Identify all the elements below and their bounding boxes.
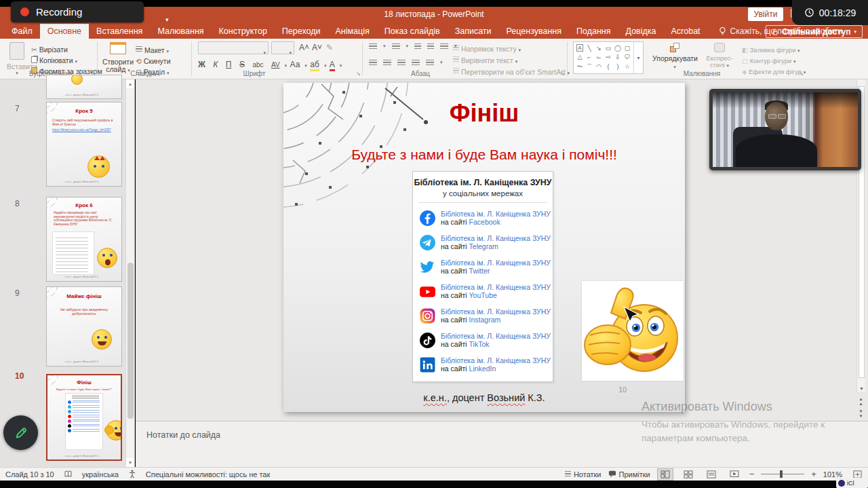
tiktok-link[interactable]: Бібліотека ім. Л. Каніщенка ЗУНУ <box>441 332 551 340</box>
thumbnail-scrollbar[interactable]: ▲ ▼ <box>125 79 134 467</box>
telegram-site-link[interactable]: Telegram <box>469 242 498 250</box>
align-center-button[interactable] <box>383 60 391 67</box>
reading-view-button[interactable] <box>703 468 719 481</box>
notes-pane[interactable]: Нотатки до слайда <box>136 421 868 467</box>
align-text-button[interactable]: Вирівняти текст ▾ <box>453 54 517 66</box>
facebook-link[interactable]: Бібліотека ім. Л. Каніщенка ЗУНУ <box>441 210 551 218</box>
paragraph-dialog-launcher[interactable]: ↘ <box>560 71 565 77</box>
shapes-gallery[interactable]: A ╲ ↘ ▭ ◯ ▢ △ ⌐ ⌙ ⇨ ⇩ 🗩 〜 ⌒ ◠ ( ) ☆ ▾ <box>573 41 644 74</box>
thumbnail-slide-7[interactable]: Крок 5 Створіть свій персональний профіл… <box>46 102 122 187</box>
shape-roundrect-icon[interactable]: ▢ <box>625 45 631 52</box>
font-dialog-launcher[interactable]: ↘ <box>356 71 361 77</box>
language-indicator[interactable]: українська <box>82 470 119 478</box>
facebook-site-link[interactable]: Facebook <box>469 218 500 226</box>
justify-button[interactable] <box>412 60 420 67</box>
accessibility-status[interactable]: Спеціальні можливості: щось не так <box>146 470 270 478</box>
tab-draw[interactable]: Малювання <box>150 24 211 39</box>
shape-arrow-right-icon[interactable]: ⇨ <box>606 54 611 60</box>
numbering-button[interactable] <box>392 43 400 50</box>
tab-transitions[interactable]: Переходи <box>275 24 328 39</box>
recording-badge[interactable]: Recording <box>11 1 144 22</box>
shape-effects-button[interactable]: ◈ Ефекти для фігур ▾ <box>742 64 806 77</box>
linkedin-link[interactable]: Бібліотека ім. Л. Каніщенка ЗУНУ <box>441 356 551 364</box>
smartart-convert-button[interactable]: Перетворити на об'єкт SmartArt ▾ <box>453 65 570 77</box>
shape-textbox-icon[interactable]: A <box>576 44 583 52</box>
thumbnail-slide-10[interactable]: Фініш Будьте з нами і буде Вам наука і п… <box>46 374 122 461</box>
instagram-site-link[interactable]: Instagram <box>469 316 501 324</box>
tab-acrobat[interactable]: Acrobat <box>664 24 708 39</box>
recording-timer[interactable]: 00:18:29 <box>792 0 868 25</box>
zoom-level[interactable]: 101% <box>823 470 842 478</box>
comments-toggle[interactable]: Примітки <box>608 470 650 478</box>
shape-oval-icon[interactable]: ◯ <box>614 45 621 52</box>
font-name-select[interactable]: ▾ <box>198 41 269 54</box>
next-slide-button[interactable]: ▼▼ <box>856 409 865 419</box>
thumbnail-slide-6-partial[interactable]: к.е.н., доцент Возьний К.З. <box>46 75 122 99</box>
shapes-more-button[interactable]: ▾ <box>634 42 643 73</box>
columns-button[interactable] <box>426 60 434 67</box>
thumbnail-slide-9[interactable]: Майже фініш Не забудьте про академічну д… <box>46 286 122 367</box>
shape-star-icon[interactable]: ☆ <box>625 63 630 70</box>
shape-triangle-icon[interactable]: △ <box>578 54 583 60</box>
slideshow-view-button[interactable] <box>726 468 743 481</box>
align-left-button[interactable] <box>369 60 377 67</box>
linkedin-site-link[interactable]: LinkedIn <box>469 364 496 373</box>
shape-scribble-icon[interactable]: 〜 <box>577 62 583 71</box>
tab-review[interactable]: Рецензування <box>499 24 569 39</box>
shape-arrow-down-icon[interactable]: ⇩ <box>615 54 620 60</box>
social-links-box[interactable]: Бібліотека ім. Л. Каніщенка ЗУНУ у соціа… <box>412 171 553 382</box>
spellcheck-book-icon[interactable] <box>64 470 73 478</box>
shape-bracket-right-icon[interactable]: ) <box>617 63 619 70</box>
tab-record[interactable]: Записати <box>448 24 499 39</box>
strikethrough-button[interactable]: S <box>239 60 245 69</box>
share-button[interactable]: Спільний доступ ▾ <box>766 25 863 38</box>
slide-title[interactable]: Фініш <box>283 99 685 128</box>
bullets-button[interactable] <box>369 43 377 50</box>
quick-access-dropdown-icon[interactable]: ▾ <box>165 16 169 23</box>
italic-button[interactable]: К <box>213 60 218 69</box>
sign-in-button[interactable]: Увійти <box>748 7 783 21</box>
increase-font-button[interactable]: А˄ <box>299 43 309 52</box>
instagram-link[interactable]: Бібліотека ім. Л. Каніщенка ЗУНУ <box>441 307 551 316</box>
thumb-scroll-down-icon[interactable]: ▼ <box>126 458 134 467</box>
line-spacing-button[interactable] <box>440 43 448 50</box>
underline-button[interactable]: П <box>226 60 232 69</box>
shape-rect-icon[interactable]: ▭ <box>606 45 612 52</box>
shape-connector-icon[interactable]: ⌙ <box>596 54 601 60</box>
thumb-scroll-up-icon[interactable]: ▲ <box>126 79 134 88</box>
normal-view-button[interactable] <box>657 468 673 481</box>
font-size-select[interactable]: ▾ <box>271 41 294 54</box>
zoom-slider-handle[interactable] <box>780 470 783 478</box>
arrange-button[interactable]: Упорядкувати▾ <box>652 43 697 71</box>
shape-callout-icon[interactable]: 🗩 <box>625 54 631 60</box>
slide-sorter-view-button[interactable] <box>680 468 696 481</box>
tab-file[interactable]: Файл <box>4 24 40 39</box>
taskbar-popup[interactable]: iCl <box>836 478 868 488</box>
new-slide-button[interactable]: Створити слайд ▾ <box>102 42 134 74</box>
align-right-button[interactable] <box>397 60 406 67</box>
shape-curve-icon[interactable]: ⌒ <box>587 62 593 71</box>
text-shadow-button[interactable]: abc <box>252 61 263 69</box>
twitter-link[interactable]: Бібліотека ім. Л. Каніщенка ЗУНУ <box>441 259 551 267</box>
zoom-out-button[interactable]: − <box>749 469 755 479</box>
slide-canvas[interactable]: Фініш Будьте з нами і буде Вам наука і п… <box>283 83 685 412</box>
zoom-in-button[interactable]: + <box>811 469 816 479</box>
font-color-button[interactable]: А <box>330 60 335 71</box>
shape-arc-icon[interactable]: ◠ <box>596 63 601 70</box>
tab-animations[interactable]: Анімація <box>328 24 377 39</box>
twitter-site-link[interactable]: Twitter <box>469 267 490 275</box>
tiktok-site-link[interactable]: TikTok <box>469 340 490 348</box>
slide-subtitle[interactable]: Будьте з нами і буде Вам наука і поміч!!… <box>283 147 685 163</box>
change-case-button[interactable]: Аа <box>290 60 300 69</box>
highlight-color-button[interactable]: аб <box>310 60 319 71</box>
quick-styles-button[interactable]: Експрес-стилі ▾ <box>700 43 739 69</box>
shape-arrow-icon[interactable]: ↘ <box>596 45 601 52</box>
bold-button[interactable]: Ж <box>198 60 205 69</box>
youtube-site-link[interactable]: YouTube <box>469 291 497 299</box>
shape-bracket-left-icon[interactable]: ( <box>608 63 610 70</box>
previous-slide-button[interactable]: ▲▲ <box>856 397 865 407</box>
thumbnail-slide-8[interactable]: Крок 6 Надайте інформацію про свої науко… <box>46 197 122 282</box>
text-direction-button[interactable]: Напрямок тексту ▾ <box>453 42 521 54</box>
tab-home[interactable]: Основне <box>40 24 89 39</box>
telegram-link[interactable]: Бібліотека ім. Л. Каніщенка ЗУНУ <box>441 234 551 242</box>
